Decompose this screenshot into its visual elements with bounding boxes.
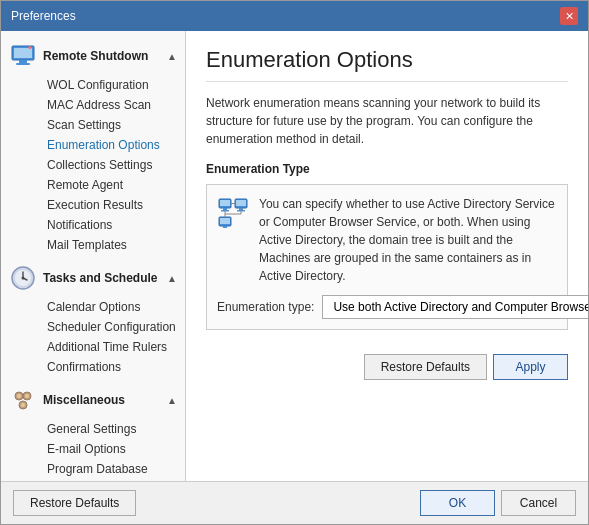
sidebar-item-execution-results[interactable]: Execution Results	[11, 195, 185, 215]
sidebar-section-label-remote-shutdown: Remote Shutdown	[43, 49, 148, 63]
sidebar-items-tasks-schedule: Calendar Options Scheduler Configuration…	[1, 297, 185, 377]
sidebar-item-additional-time-rulers[interactable]: Additional Time Rulers	[11, 337, 185, 357]
ok-button[interactable]: OK	[420, 490, 495, 516]
svg-point-4	[29, 46, 32, 49]
svg-rect-18	[223, 208, 227, 210]
sidebar-section-tasks-schedule: Tasks and Schedule ▲ Calendar Options Sc…	[1, 259, 185, 377]
svg-point-13	[17, 394, 21, 398]
restore-defaults-button-footer[interactable]: Restore Defaults	[13, 490, 136, 516]
sidebar-item-calendar-options[interactable]: Calendar Options	[11, 297, 185, 317]
sidebar-section-label-tasks-schedule: Tasks and Schedule	[43, 271, 158, 285]
svg-rect-1	[14, 48, 32, 58]
apply-button-main[interactable]: Apply	[493, 354, 568, 380]
sidebar-items-miscellaneous: General Settings E-mail Options Program …	[1, 419, 185, 481]
main-content: Enumeration Options Network enumeration …	[186, 31, 588, 481]
sidebar-items-remote-shutdown: WOL Configuration MAC Address Scan Scan …	[1, 75, 185, 255]
chevron-down-icon-3: ▲	[167, 395, 177, 406]
dialog-body: Remote Shutdown ▲ WOL Configuration MAC …	[1, 31, 588, 481]
enum-inner: You can specify whether to use Active Di…	[217, 195, 557, 285]
cancel-button[interactable]: Cancel	[501, 490, 576, 516]
enum-type-section-label: Enumeration Type	[206, 162, 568, 176]
sidebar-section-header-miscellaneous[interactable]: Miscellaneous ▲	[1, 381, 185, 419]
computer-icon	[9, 42, 37, 70]
sidebar-item-scan-settings[interactable]: Scan Settings	[11, 115, 185, 135]
restore-defaults-button-main[interactable]: Restore Defaults	[364, 354, 487, 380]
sidebar-item-notifications[interactable]: Notifications	[11, 215, 185, 235]
sidebar-item-collections-settings[interactable]: Collections Settings	[11, 155, 185, 175]
sidebar-item-email-options[interactable]: E-mail Options	[11, 439, 185, 459]
dialog-title: Preferences	[11, 9, 76, 23]
sidebar-section-label-miscellaneous: Miscellaneous	[43, 393, 125, 407]
svg-point-15	[21, 403, 25, 407]
sidebar-item-mac-address-scan[interactable]: MAC Address Scan	[11, 95, 185, 115]
footer-right-buttons: OK Cancel	[420, 490, 576, 516]
sidebar-section-remote-shutdown: Remote Shutdown ▲ WOL Configuration MAC …	[1, 37, 185, 255]
sidebar-item-confirmations[interactable]: Confirmations	[11, 357, 185, 377]
sidebar-section-miscellaneous: Miscellaneous ▲ General Settings E-mail …	[1, 381, 185, 481]
clock-icon	[9, 264, 37, 292]
enum-description-text: You can specify whether to use Active Di…	[259, 195, 557, 285]
sidebar-item-wol-configuration[interactable]: WOL Configuration	[11, 75, 185, 95]
sidebar-item-remote-agent[interactable]: Remote Agent	[11, 175, 185, 195]
svg-rect-21	[236, 200, 246, 206]
preferences-dialog: Preferences ✕ Remote Sh	[0, 0, 589, 525]
enum-type-label: Enumeration type:	[217, 300, 314, 314]
close-button[interactable]: ✕	[560, 7, 578, 25]
sidebar: Remote Shutdown ▲ WOL Configuration MAC …	[1, 31, 186, 481]
misc-icon	[9, 386, 37, 414]
svg-rect-3	[16, 63, 30, 65]
sidebar-item-program-database[interactable]: Program Database	[11, 459, 185, 479]
enumeration-type-box: You can specify whether to use Active Di…	[206, 184, 568, 330]
sidebar-section-header-remote-shutdown[interactable]: Remote Shutdown ▲	[1, 37, 185, 75]
sidebar-item-mail-templates[interactable]: Mail Templates	[11, 235, 185, 255]
svg-rect-17	[220, 200, 230, 206]
enum-type-select[interactable]: Use both Active Directory and Computer B…	[322, 295, 588, 319]
svg-rect-25	[220, 218, 230, 224]
svg-point-9	[22, 277, 25, 280]
page-title: Enumeration Options	[206, 47, 568, 82]
svg-rect-26	[223, 226, 227, 228]
dialog-footer: Restore Defaults OK Cancel	[1, 481, 588, 524]
sidebar-section-header-tasks-schedule[interactable]: Tasks and Schedule ▲	[1, 259, 185, 297]
sidebar-item-general-settings[interactable]: General Settings	[11, 419, 185, 439]
enum-type-row: Enumeration type: Use both Active Direct…	[217, 295, 557, 319]
svg-point-14	[25, 394, 29, 398]
sidebar-item-scheduler-configuration[interactable]: Scheduler Configuration	[11, 317, 185, 337]
main-description: Network enumeration means scanning your …	[206, 94, 568, 148]
chevron-down-icon-2: ▲	[167, 273, 177, 284]
title-bar: Preferences ✕	[1, 1, 588, 31]
sidebar-item-enumeration-options[interactable]: Enumeration Options	[11, 135, 185, 155]
network-icon	[217, 197, 249, 229]
chevron-down-icon: ▲	[167, 51, 177, 62]
svg-rect-2	[19, 60, 27, 63]
main-bottom-actions: Restore Defaults Apply	[206, 344, 568, 380]
